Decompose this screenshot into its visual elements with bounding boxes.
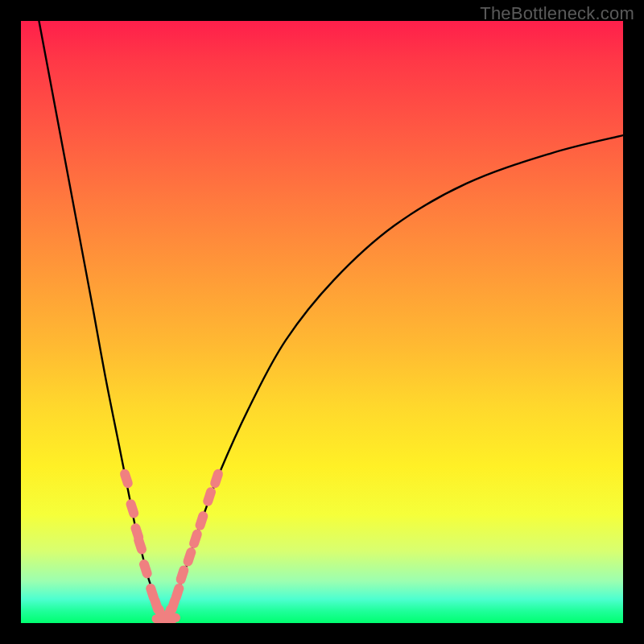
chart-svg bbox=[21, 21, 623, 623]
data-marker bbox=[188, 528, 204, 550]
data-marker bbox=[175, 564, 190, 586]
data-marker bbox=[182, 546, 197, 568]
data-marker bbox=[125, 498, 140, 520]
watermark-text: TheBottleneck.com bbox=[480, 3, 634, 24]
data-marker bbox=[138, 558, 153, 580]
scatter-markers bbox=[118, 468, 224, 623]
data-marker bbox=[209, 468, 225, 489]
data-marker bbox=[118, 468, 134, 489]
data-marker bbox=[163, 613, 180, 622]
data-marker bbox=[194, 510, 209, 532]
data-marker bbox=[133, 534, 148, 555]
chart-frame: TheBottleneck.com bbox=[0, 0, 644, 644]
data-marker bbox=[202, 486, 217, 508]
plot-area bbox=[21, 21, 623, 623]
data-marker bbox=[170, 582, 185, 604]
curve-right bbox=[166, 135, 623, 623]
curve-left bbox=[39, 21, 165, 623]
